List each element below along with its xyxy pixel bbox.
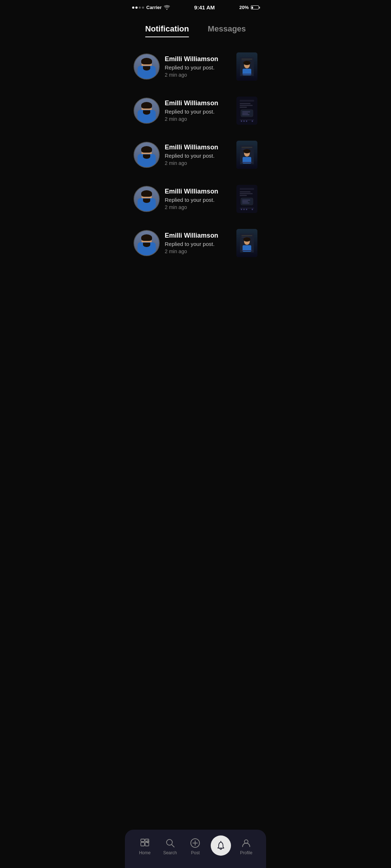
avatar xyxy=(134,142,160,168)
svg-rect-29 xyxy=(240,188,254,190)
notif-action: Replied to your post. xyxy=(165,153,231,159)
notification-content: Emilli Williamson Replied to your post. … xyxy=(165,55,231,78)
status-time: 9:41 AM xyxy=(194,4,215,10)
svg-rect-48 xyxy=(241,250,252,251)
notification-list: Emilli Williamson Replied to your post. … xyxy=(125,37,266,272)
post-thumbnail xyxy=(236,52,257,81)
signal-dots xyxy=(132,7,144,9)
notif-username: Emilli Williamson xyxy=(165,188,231,195)
battery-icon xyxy=(251,5,259,9)
battery-fill xyxy=(252,7,253,9)
svg-rect-35 xyxy=(242,201,248,202)
svg-point-18 xyxy=(243,120,245,122)
signal-dot-2 xyxy=(135,7,138,9)
notif-username: Emilli Williamson xyxy=(165,144,231,151)
wifi-icon xyxy=(164,5,170,10)
list-item[interactable]: Emilli Williamson Replied to your post. … xyxy=(131,221,260,265)
svg-rect-30 xyxy=(240,191,251,192)
status-bar: Carrier 9:41 AM 20% xyxy=(125,0,266,13)
svg-point-17 xyxy=(241,120,242,122)
svg-rect-31 xyxy=(240,193,253,194)
list-item[interactable]: Emilli Williamson Replied to your post. … xyxy=(131,133,260,177)
svg-point-38 xyxy=(241,209,242,210)
carrier-label: Carrier xyxy=(146,5,162,10)
notif-time: 2 min ago xyxy=(165,72,231,78)
list-item[interactable]: Emilli Williamson Replied to your post. … xyxy=(131,89,260,133)
svg-rect-22 xyxy=(241,147,252,148)
notif-username: Emilli Williamson xyxy=(165,55,231,63)
svg-rect-6 xyxy=(241,74,252,75)
svg-point-4 xyxy=(243,61,251,65)
status-right: 20% xyxy=(239,5,259,10)
notif-time: 2 min ago xyxy=(165,204,231,210)
list-item[interactable]: Emilli Williamson Replied to your post. … xyxy=(131,177,260,221)
signal-dot-4 xyxy=(142,7,144,9)
notif-action: Replied to your post. xyxy=(165,197,231,203)
notif-username: Emilli Williamson xyxy=(165,99,231,107)
svg-rect-9 xyxy=(240,103,251,104)
notif-username: Emilli Williamson xyxy=(165,232,231,239)
notification-content: Emilli Williamson Replied to your post. … xyxy=(165,188,231,210)
avatar xyxy=(134,186,160,212)
notification-content: Emilli Williamson Replied to your post. … xyxy=(165,144,231,166)
svg-rect-36 xyxy=(242,203,249,204)
svg-rect-43 xyxy=(241,235,252,236)
post-thumbnail xyxy=(236,229,257,257)
signal-dot-1 xyxy=(132,7,134,9)
avatar xyxy=(134,230,160,256)
svg-rect-1 xyxy=(241,59,252,60)
svg-point-40 xyxy=(246,209,247,210)
status-left: Carrier xyxy=(132,5,170,10)
svg-rect-10 xyxy=(240,105,253,106)
svg-point-19 xyxy=(246,120,247,122)
svg-point-39 xyxy=(243,209,245,210)
notif-time: 2 min ago xyxy=(165,116,231,122)
notif-time: 2 min ago xyxy=(165,160,231,166)
notification-content: Emilli Williamson Replied to your post. … xyxy=(165,232,231,254)
post-thumbnail xyxy=(236,97,257,125)
tab-notification[interactable]: Notification xyxy=(145,24,189,37)
signal-dot-3 xyxy=(139,7,141,9)
svg-rect-34 xyxy=(242,200,250,201)
svg-rect-15 xyxy=(242,114,249,115)
svg-rect-16 xyxy=(240,119,254,120)
svg-point-25 xyxy=(243,149,251,153)
svg-rect-32 xyxy=(240,195,247,196)
svg-rect-13 xyxy=(242,111,250,112)
svg-point-46 xyxy=(243,237,251,242)
list-item[interactable]: Emilli Williamson Replied to your post. … xyxy=(131,44,260,89)
notif-action: Replied to your post. xyxy=(165,64,231,71)
avatar xyxy=(134,54,160,80)
notif-action: Replied to your post. xyxy=(165,241,231,247)
notif-action: Replied to your post. xyxy=(165,109,231,115)
avatar xyxy=(134,98,160,124)
svg-point-20 xyxy=(252,120,253,122)
svg-rect-11 xyxy=(240,107,247,108)
svg-point-41 xyxy=(252,209,253,210)
battery-percent: 20% xyxy=(239,5,249,10)
svg-rect-14 xyxy=(242,113,248,114)
svg-rect-37 xyxy=(240,208,254,209)
svg-rect-27 xyxy=(241,162,252,163)
header-tabs: Notification Messages xyxy=(125,17,266,37)
notification-content: Emilli Williamson Replied to your post. … xyxy=(165,99,231,122)
post-thumbnail xyxy=(236,185,257,213)
notif-time: 2 min ago xyxy=(165,248,231,254)
post-thumbnail xyxy=(236,141,257,169)
svg-rect-8 xyxy=(240,100,254,102)
tab-messages[interactable]: Messages xyxy=(208,24,246,37)
